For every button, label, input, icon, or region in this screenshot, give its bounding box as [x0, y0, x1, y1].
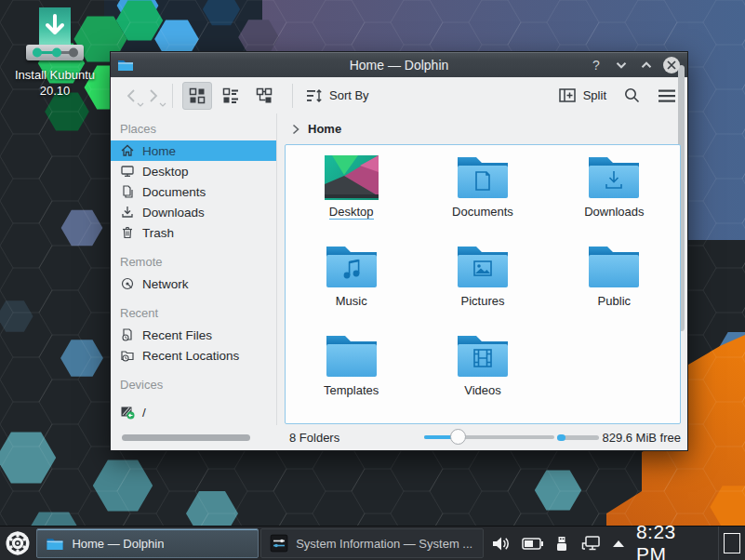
folder-item-desktop[interactable]: Desktop: [286, 155, 417, 245]
sidebar-item-root[interactable]: /: [111, 402, 276, 422]
sidebar-item-label: Recent Files: [142, 328, 212, 342]
recent-locations-icon: [120, 348, 135, 363]
sidebar-item-label: Trash: [142, 226, 174, 240]
recent-files-icon: [120, 327, 135, 342]
search-icon[interactable]: [623, 87, 641, 104]
downloads-folder-icon: [587, 155, 641, 200]
sidebar-item-downloads[interactable]: Downloads: [111, 202, 276, 222]
chevron-right-icon: [291, 124, 300, 135]
sidebar-item-recent-locations[interactable]: Recent Locations: [111, 345, 276, 366]
icons-view-panel: Desktop: [285, 144, 681, 424]
section-header-remote: Remote: [111, 255, 276, 273]
section-header-recent: Recent: [111, 306, 276, 325]
sort-by-button[interactable]: Sort By: [306, 87, 369, 104]
folder-label: Templates: [324, 383, 379, 397]
public-folder-icon: [587, 245, 641, 289]
folder-item-videos[interactable]: Videos: [417, 334, 548, 423]
task-system-information[interactable]: System Information — System ...: [260, 528, 484, 558]
sidebar-item-label: Desktop: [142, 165, 189, 179]
help-button[interactable]: ?: [588, 57, 605, 73]
folder-label: Desktop: [329, 205, 374, 220]
folder-label: Documents: [452, 205, 513, 219]
documents-folder-icon: [456, 155, 510, 200]
folders-count: 8 Folders: [289, 431, 339, 445]
free-space-label: 829.6 MiB free: [602, 431, 681, 445]
back-button[interactable]: [120, 84, 142, 108]
usb-device-icon[interactable]: [555, 536, 568, 552]
volume-icon[interactable]: [492, 536, 510, 552]
titlebar[interactable]: Home — Dolphin ?: [111, 52, 687, 77]
disk-usage-bar: [557, 435, 599, 440]
sort-icon: [306, 87, 323, 104]
network-icon: [120, 276, 135, 291]
sidebar-item-label: Network: [142, 277, 189, 291]
status-bar: 8 Folders 829.6 MiB free: [111, 425, 687, 450]
minimize-button[interactable]: [613, 57, 630, 73]
task-label: System Information — System ...: [296, 537, 472, 551]
application-launcher-button[interactable]: [0, 527, 35, 560]
tree-view-button[interactable]: [249, 82, 279, 110]
desktop-icon: [120, 164, 135, 179]
section-header-devices: Devices: [111, 378, 276, 396]
videos-folder-icon: [456, 334, 510, 379]
dolphin-folder-icon: [46, 536, 64, 552]
hamburger-menu-icon[interactable]: [658, 88, 676, 103]
pictures-folder-icon: [456, 245, 510, 289]
folder-item-downloads[interactable]: Downloads: [549, 155, 680, 245]
split-label: Split: [583, 88, 606, 102]
sidebar-item-home[interactable]: Home: [111, 140, 276, 161]
kubuntu-logo-icon: [5, 530, 31, 556]
task-dolphin[interactable]: Home — Dolphin: [36, 528, 259, 558]
music-folder-icon: [325, 245, 379, 289]
icons-view-button[interactable]: [182, 82, 212, 110]
home-icon: [120, 143, 135, 158]
folder-item-documents[interactable]: Documents: [417, 155, 548, 245]
folder-item-music[interactable]: Music: [286, 245, 417, 334]
details-view-button[interactable]: [216, 82, 246, 110]
tray-expand-arrow-icon[interactable]: [612, 540, 625, 548]
places-panel: Places Home Desktop Documents: [111, 113, 276, 425]
sidebar-item-label: Documents: [142, 185, 206, 199]
close-button[interactable]: [663, 57, 680, 73]
digital-clock[interactable]: 8:23 PM: [634, 527, 719, 560]
folder-item-templates[interactable]: Templates: [286, 334, 417, 423]
sidebar-item-documents[interactable]: Documents: [111, 181, 276, 202]
folder-view-area: Home: [277, 113, 687, 425]
split-button[interactable]: Split: [559, 87, 606, 103]
sidebar-item-label: Home: [142, 144, 176, 158]
sidebar-item-desktop[interactable]: Desktop: [111, 161, 276, 181]
tree-view-icon: [256, 87, 273, 104]
folder-label: Videos: [464, 383, 501, 397]
breadcrumb[interactable]: Home: [277, 113, 687, 144]
network-icon[interactable]: [580, 536, 600, 552]
details-view-icon: [222, 87, 239, 104]
trash-icon: [120, 225, 135, 240]
maximize-button[interactable]: [638, 57, 655, 73]
root-drive-icon: [120, 405, 135, 420]
show-desktop-widget[interactable]: [718, 527, 745, 560]
folder-item-public[interactable]: Public: [549, 245, 680, 334]
split-icon: [559, 87, 577, 103]
zoom-slider[interactable]: [424, 435, 554, 439]
system-tray: [485, 527, 634, 560]
desktop-preview-thumbnail: [325, 155, 379, 200]
forward-button[interactable]: [142, 84, 165, 108]
sidebar-item-recent-files[interactable]: Recent Files: [111, 325, 276, 345]
install-kubuntu-desktop-icon[interactable]: Install Kubuntu 20.10: [6, 7, 104, 99]
sidebar-item-label: Downloads: [142, 206, 205, 220]
battery-icon[interactable]: [522, 538, 543, 550]
templates-folder-icon: [325, 334, 379, 379]
downloads-icon: [120, 205, 135, 220]
sidebar-item-trash[interactable]: Trash: [111, 222, 276, 243]
sidebar-horizontal-scrollbar[interactable]: [122, 434, 250, 441]
zoom-slider-handle[interactable]: [450, 429, 466, 445]
folder-item-pictures[interactable]: Pictures: [417, 245, 548, 334]
breadcrumb-location[interactable]: Home: [308, 122, 341, 136]
install-icon-label: Install Kubuntu 20.10: [6, 67, 104, 99]
folder-label: Downloads: [584, 205, 644, 219]
sidebar-item-label: Recent Locations: [142, 349, 239, 363]
sidebar-item-network[interactable]: Network: [111, 273, 276, 294]
documents-icon: [120, 184, 135, 199]
folder-label: Public: [598, 294, 631, 308]
folder-label: Music: [336, 294, 367, 308]
